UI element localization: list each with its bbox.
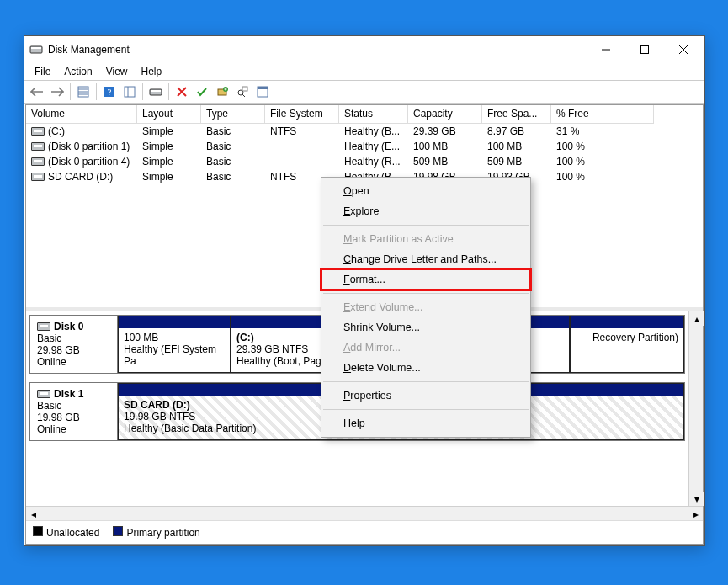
col-freespace[interactable]: Free Spa... [482, 105, 551, 124]
svg-rect-15 [151, 90, 161, 92]
svg-rect-24 [242, 87, 247, 91]
partition[interactable]: Recovery Partition) [570, 316, 684, 373]
menu-separator [323, 293, 529, 294]
col-volume[interactable]: Volume [26, 105, 137, 124]
drive-icon [31, 142, 45, 151]
disk-label[interactable]: Disk 0Basic29.98 GBOnline [30, 316, 118, 373]
window-title: Disk Management [48, 44, 587, 56]
svg-rect-26 [258, 87, 268, 89]
menu-item-properties[interactable]: Properties [321, 386, 530, 406]
menu-item-shrink-volume[interactable]: Shrink Volume... [321, 317, 530, 338]
menu-item-extend-volume: Extend Volume... [321, 297, 530, 317]
volume-row[interactable]: (C:)SimpleBasicNTFSHealthy (B...29.39 GB… [26, 124, 703, 139]
drive-icon [31, 127, 45, 136]
col-empty[interactable] [608, 105, 654, 124]
menu-item-help[interactable]: Help [321, 413, 530, 433]
menu-item-explore[interactable]: Explore [321, 201, 530, 221]
col-status[interactable]: Status [339, 105, 408, 124]
drive-icon [31, 173, 45, 181]
menu-file[interactable]: File [28, 64, 57, 79]
drive-icon [37, 322, 50, 331]
titlebar[interactable]: Disk Management [24, 36, 704, 63]
menubar: File Action View Help [24, 63, 704, 80]
menu-help[interactable]: Help [135, 64, 169, 79]
svg-line-23 [242, 94, 245, 97]
menu-separator [323, 381, 529, 382]
scroll-down-icon[interactable]: ▾ [689, 492, 704, 506]
back-button[interactable] [28, 82, 46, 101]
col-layout[interactable]: Layout [137, 105, 201, 124]
svg-rect-12 [125, 87, 135, 97]
menu-item-add-mirror: Add Mirror... [321, 338, 530, 358]
col-filesystem[interactable]: File System [265, 105, 339, 124]
search-icon[interactable] [233, 82, 252, 101]
col-pctfree[interactable]: % Free [551, 105, 608, 124]
add-disk-icon[interactable] [213, 82, 231, 101]
legend-unallocated: Unallocated [33, 526, 99, 539]
drive-icon [37, 390, 50, 398]
svg-rect-1 [31, 47, 41, 49]
settings-icon[interactable] [74, 82, 93, 101]
menu-separator [323, 409, 529, 410]
menu-item-open[interactable]: Open [321, 181, 530, 201]
properties-icon[interactable] [253, 82, 272, 101]
check-icon[interactable] [193, 82, 211, 101]
partition[interactable]: 100 MBHealthy (EFI System Pa [118, 316, 231, 373]
forward-button[interactable] [48, 82, 66, 101]
minimize-button[interactable] [587, 37, 625, 62]
horizontal-scrollbar[interactable]: ◂ ▸ [26, 506, 703, 520]
volume-row[interactable]: (Disk 0 partition 1)SimpleBasicHealthy (… [26, 139, 703, 154]
menu-separator [323, 225, 529, 226]
col-capacity[interactable]: Capacity [408, 105, 482, 124]
app-icon [29, 43, 43, 56]
volume-row[interactable]: (Disk 0 partition 4)SimpleBasicHealthy (… [26, 154, 703, 169]
disk-icon[interactable] [146, 82, 165, 101]
delete-icon[interactable] [173, 82, 191, 101]
drive-icon [31, 157, 45, 166]
menu-view[interactable]: View [99, 64, 135, 79]
list-icon[interactable] [120, 82, 139, 101]
menu-item-change-drive-letter-and-paths[interactable]: Change Drive Letter and Paths... [321, 249, 530, 269]
toolbar: ? [24, 80, 704, 104]
legend-primary: Primary partition [113, 526, 199, 539]
menu-item-delete-volume[interactable]: Delete Volume... [321, 358, 530, 378]
volume-list-header[interactable]: Volume Layout Type File System Status Ca… [26, 105, 703, 124]
help-icon[interactable]: ? [100, 82, 119, 101]
maximize-button[interactable] [625, 37, 664, 62]
menu-item-format[interactable]: Format... [321, 269, 530, 290]
col-type[interactable]: Type [201, 105, 265, 124]
close-button[interactable] [664, 37, 703, 62]
vertical-scrollbar[interactable]: ▴ ▾ [688, 311, 703, 506]
scroll-up-icon[interactable]: ▴ [689, 311, 704, 326]
svg-rect-3 [641, 46, 649, 54]
scroll-left-icon[interactable]: ◂ [26, 507, 40, 521]
legend: Unallocated Primary partition [26, 520, 703, 544]
menu-item-mark-partition-as-active: Mark Partition as Active [321, 229, 530, 249]
svg-text:?: ? [108, 87, 112, 97]
scroll-right-icon[interactable]: ▸ [688, 507, 703, 521]
menu-action[interactable]: Action [57, 64, 98, 79]
context-menu[interactable]: OpenExploreMark Partition as ActiveChang… [321, 177, 531, 438]
disk-label[interactable]: Disk 1Basic19.98 GBOnline [30, 383, 118, 440]
